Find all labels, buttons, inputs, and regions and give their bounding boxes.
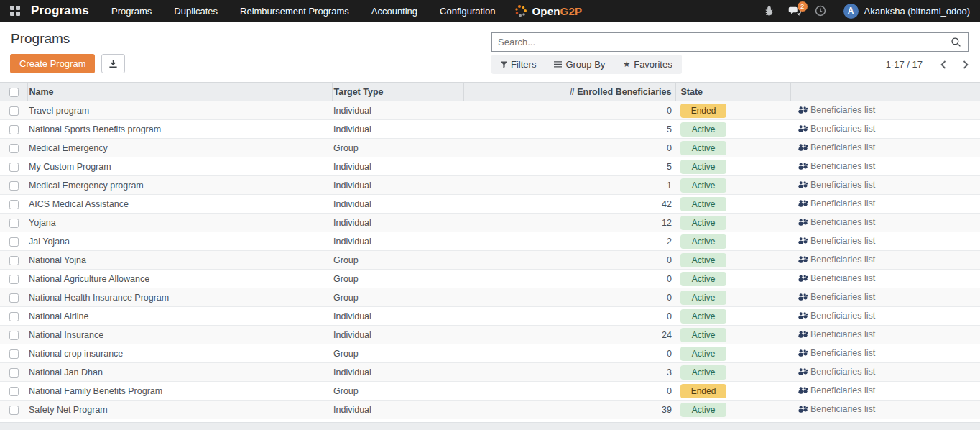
topbar-menu: ProgramsDuplicatesReimbursement Programs… (111, 6, 495, 17)
table-row[interactable]: National Family Benefits Program Group 0… (0, 382, 980, 401)
beneficiaries-list-link[interactable]: Beneficiaries list (798, 124, 875, 134)
app-title[interactable]: Programs (31, 4, 89, 18)
table-row[interactable]: National Health Insurance Program Group … (0, 288, 980, 307)
table-row[interactable]: National Insurance Individual 24 Active … (0, 326, 980, 344)
user-menu[interactable]: Akanksha (bitnami_odoo) (864, 6, 970, 17)
beneficiaries-list-link[interactable]: Beneficiaries list (798, 385, 875, 395)
table-row[interactable]: National crop insurance Group 0 Active B… (0, 344, 980, 363)
table-row[interactable]: National Airline Individual 0 Active Ben… (0, 307, 980, 326)
table-row[interactable]: National Agriculture Allowance Group 0 A… (0, 270, 980, 288)
column-header-name[interactable]: Name (27, 83, 332, 101)
beneficiaries-list-link[interactable]: Beneficiaries list (798, 404, 875, 414)
target-type-cell: Group (332, 382, 463, 401)
beneficiaries-list-link[interactable]: Beneficiaries list (798, 198, 875, 209)
topbar-right: 2 A Akanksha (bitnami_odoo) (750, 4, 970, 19)
row-checkbox[interactable] (9, 125, 19, 134)
create-program-button[interactable]: Create Program (10, 54, 95, 73)
row-checkbox[interactable] (9, 387, 19, 396)
enrolled-count-cell: 0 (463, 307, 675, 326)
state-badge: Active (680, 272, 726, 286)
column-header-state[interactable]: State (675, 83, 790, 101)
beneficiaries-list-link[interactable]: Beneficiaries list (798, 217, 875, 227)
table-row[interactable]: Medical Emergency program Individual 1 A… (0, 176, 980, 195)
column-header-enrolled[interactable]: # Enrolled Beneficiaries (463, 83, 675, 101)
search-icon[interactable] (951, 37, 961, 47)
beneficiaries-list-label: Beneficiaries list (810, 292, 875, 302)
row-checkbox[interactable] (9, 406, 19, 415)
enrolled-count-cell: 0 (463, 101, 675, 120)
enrolled-count-cell: 0 (463, 344, 675, 363)
state-badge: Active (680, 328, 726, 342)
beneficiaries-list-label: Beneficiaries list (810, 385, 875, 395)
table-row[interactable]: Travel program Individual 0 Ended Benefi… (0, 101, 980, 120)
search-input[interactable] (492, 37, 951, 47)
beneficiaries-list-link[interactable]: Beneficiaries list (798, 142, 875, 152)
select-all-checkbox[interactable] (9, 88, 19, 97)
export-download-button[interactable] (101, 54, 125, 73)
debug-bug-icon[interactable] (764, 6, 775, 17)
activities-clock-icon[interactable] (815, 5, 826, 17)
table-row[interactable]: Safety Net Program Individual 39 Active … (0, 401, 980, 419)
beneficiaries-list-link[interactable]: Beneficiaries list (798, 311, 875, 321)
state-badge: Ended (680, 384, 726, 398)
target-type-cell: Individual (332, 195, 463, 214)
row-checkbox[interactable] (9, 200, 19, 209)
messages-icon[interactable]: 2 (788, 6, 801, 17)
topbar-menu-item-accounting[interactable]: Accounting (371, 6, 417, 17)
users-icon (798, 367, 808, 376)
column-header-target-type[interactable]: Target Type (332, 83, 463, 101)
enrolled-count-cell: 0 (463, 382, 675, 401)
beneficiaries-list-link[interactable]: Beneficiaries list (798, 161, 875, 171)
group-by-button[interactable]: Group By (554, 59, 605, 70)
row-checkbox[interactable] (9, 256, 19, 265)
beneficiaries-list-link[interactable]: Beneficiaries list (798, 236, 875, 246)
table-row[interactable]: AICS Medical Assistance Individual 42 Ac… (0, 195, 980, 214)
table-row[interactable]: Jal Yojana Individual 2 Active Beneficia… (0, 232, 980, 251)
beneficiaries-list-link[interactable]: Beneficiaries list (798, 273, 875, 283)
table-row[interactable]: National Sports Benefits program Individ… (0, 120, 980, 139)
row-checkbox[interactable] (9, 293, 19, 303)
topbar-menu-item-reimbursement-programs[interactable]: Reimbursement Programs (240, 6, 349, 17)
state-badge: Active (680, 197, 726, 211)
table-row[interactable]: Yojana Individual 12 Active Beneficiarie… (0, 214, 980, 232)
beneficiaries-list-link[interactable]: Beneficiaries list (798, 348, 875, 358)
beneficiaries-list-link[interactable]: Beneficiaries list (798, 329, 875, 339)
favorites-button[interactable]: ★ Favorites (623, 59, 672, 70)
table-row[interactable]: Medical Emergency Group 0 Active Benefic… (0, 139, 980, 157)
row-checkbox[interactable] (9, 349, 19, 359)
row-checkbox[interactable] (9, 237, 19, 247)
beneficiaries-list-label: Beneficiaries list (810, 180, 875, 190)
users-icon (798, 237, 808, 245)
table-row[interactable]: National Jan Dhan Individual 3 Active Be… (0, 363, 980, 382)
topbar-menu-item-programs[interactable]: Programs (111, 6, 152, 17)
topbar-menu-item-duplicates[interactable]: Duplicates (174, 6, 218, 17)
beneficiaries-list-label: Beneficiaries list (810, 124, 875, 134)
apps-grid-icon[interactable] (10, 6, 20, 16)
pager-previous-button[interactable] (940, 60, 946, 69)
beneficiaries-list-link[interactable]: Beneficiaries list (798, 367, 875, 377)
beneficiaries-list-link[interactable]: Beneficiaries list (798, 105, 875, 115)
program-name-cell: Medical Emergency program (27, 176, 332, 195)
pager-next-button[interactable] (963, 60, 969, 69)
target-type-cell: Individual (332, 101, 463, 120)
row-checkbox[interactable] (9, 275, 19, 284)
target-type-cell: Individual (332, 326, 463, 344)
target-type-cell: Individual (332, 214, 463, 232)
beneficiaries-list-link[interactable]: Beneficiaries list (798, 180, 875, 190)
row-checkbox[interactable] (9, 219, 19, 228)
row-checkbox[interactable] (9, 331, 19, 340)
table-row[interactable]: My Custom Program Individual 5 Active Be… (0, 157, 980, 176)
row-checkbox[interactable] (9, 144, 19, 153)
state-badge: Active (680, 291, 726, 305)
row-checkbox[interactable] (9, 163, 19, 172)
user-avatar[interactable]: A (843, 4, 859, 19)
row-checkbox[interactable] (9, 106, 19, 116)
table-row[interactable]: National Yojna Group 0 Active Beneficiar… (0, 251, 980, 270)
filters-button[interactable]: Filters (501, 59, 536, 70)
beneficiaries-list-link[interactable]: Beneficiaries list (798, 292, 875, 302)
beneficiaries-list-link[interactable]: Beneficiaries list (798, 255, 875, 265)
row-checkbox[interactable] (9, 312, 19, 321)
topbar-menu-item-configuration[interactable]: Configuration (440, 6, 495, 17)
row-checkbox[interactable] (9, 181, 19, 191)
row-checkbox[interactable] (9, 368, 19, 378)
